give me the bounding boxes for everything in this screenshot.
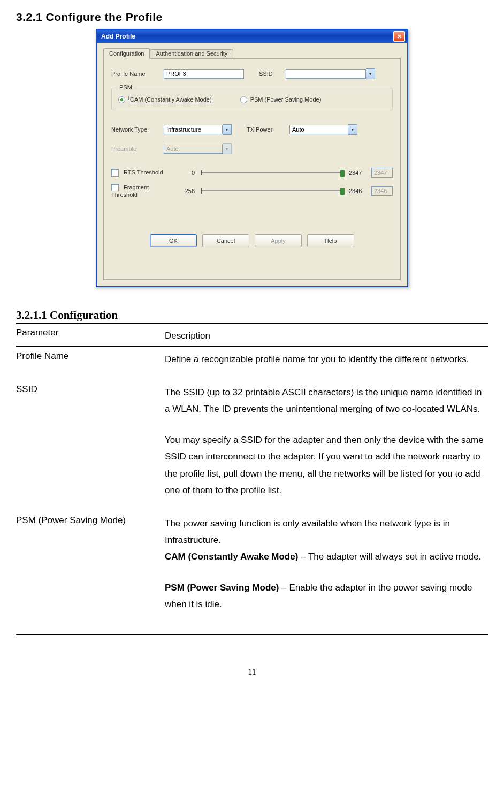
- param-desc: The power saving function is only availa…: [165, 515, 488, 613]
- radio-icon: [118, 96, 125, 103]
- frag-value-input: [371, 186, 393, 196]
- tx-power-label: TX Power: [247, 126, 284, 133]
- frag-checkbox[interactable]: Fragment Threshold: [111, 184, 175, 198]
- divider: [16, 323, 488, 324]
- ssid-label: SSID: [259, 71, 280, 77]
- ok-button[interactable]: OK: [150, 234, 197, 247]
- chevron-down-icon[interactable]: ▾: [366, 68, 375, 79]
- tx-power-combo[interactable]: ▾: [289, 124, 357, 135]
- apply-button: Apply: [255, 234, 302, 247]
- param-name: SSID: [16, 384, 165, 395]
- preamble-label: Preamble: [111, 145, 158, 152]
- ssid-input[interactable]: [286, 69, 366, 79]
- tab-panel: Profile Name SSID ▾ PSM CAM (Constantly …: [103, 58, 401, 280]
- rts-max: 2347: [349, 170, 367, 176]
- rts-label: RTS Threshold: [124, 169, 163, 175]
- network-type-label: Network Type: [111, 126, 158, 133]
- rts-slider[interactable]: [201, 172, 342, 173]
- table-row: SSID The SSID (up to 32 printable ASCII …: [16, 384, 488, 499]
- page-number: 11: [16, 667, 488, 677]
- psm-groupbox: PSM CAM (Constantly Awake Mode) PSM (Pow…: [111, 88, 393, 110]
- rts-checkbox[interactable]: RTS Threshold: [111, 169, 175, 177]
- dialog-screenshot: Add Profile ✕ Configuration Authenticati…: [16, 29, 488, 287]
- checkbox-icon: [111, 184, 119, 191]
- psm-intro: The power saving function is only availa…: [165, 515, 488, 549]
- chevron-down-icon: ▾: [223, 143, 232, 154]
- window-title: Add Profile: [101, 33, 393, 40]
- cam-radio[interactable]: CAM (Constantly Awake Mode): [118, 96, 213, 103]
- rts-row: RTS Threshold 0 2347: [111, 168, 393, 178]
- cam-rest: – The adapter will always set in active …: [298, 551, 481, 562]
- cancel-button[interactable]: Cancel: [202, 234, 249, 247]
- chevron-down-icon[interactable]: ▾: [348, 124, 357, 135]
- ssid-desc-p2: You may specify a SSID for the adapter a…: [165, 432, 488, 499]
- tab-strip: Configuration Authentication and Securit…: [103, 48, 401, 59]
- footer-divider: [16, 634, 488, 635]
- cam-bold: CAM (Constantly Awake Mode): [165, 551, 298, 562]
- param-name: PSM (Power Saving Mode): [16, 515, 165, 526]
- param-table: Parameter Description Profile Name Defin…: [16, 327, 488, 613]
- profile-name-label: Profile Name: [111, 71, 158, 77]
- header-parameter: Parameter: [16, 327, 165, 338]
- add-profile-dialog: Add Profile ✕ Configuration Authenticati…: [96, 29, 408, 287]
- frag-max: 2346: [349, 188, 367, 194]
- rts-min: 0: [180, 170, 195, 176]
- divider: [16, 346, 488, 347]
- profile-name-input[interactable]: [164, 69, 244, 79]
- psm-group-label: PSM: [117, 84, 134, 90]
- psm-psm-line: PSM (Power Saving Mode) – Enable the ada…: [165, 579, 488, 613]
- param-name: Profile Name: [16, 351, 165, 362]
- network-type-input[interactable]: [164, 125, 223, 134]
- frag-row: Fragment Threshold 256 2346: [111, 184, 393, 198]
- titlebar[interactable]: Add Profile ✕: [97, 30, 407, 43]
- close-icon: ✕: [397, 33, 402, 40]
- table-row: PSM (Power Saving Mode) The power saving…: [16, 515, 488, 613]
- radio-icon: [240, 96, 247, 103]
- subsection-heading: 3.2.1.1 Configuration: [16, 309, 488, 322]
- rts-value-input: [371, 168, 393, 178]
- table-header-row: Parameter Description: [16, 327, 488, 344]
- cam-radio-label: CAM (Constantly Awake Mode): [128, 96, 213, 103]
- checkbox-icon: [111, 169, 119, 177]
- close-button[interactable]: ✕: [393, 31, 405, 42]
- frag-slider[interactable]: [201, 190, 342, 191]
- button-bar: OK Cancel Apply Help: [111, 234, 393, 247]
- ssid-desc-p1: The SSID (up to 32 printable ASCII chara…: [165, 384, 488, 418]
- psm-cam-line: CAM (Constantly Awake Mode) – The adapte…: [165, 548, 488, 565]
- psm-radio[interactable]: PSM (Power Saving Mode): [240, 96, 322, 103]
- section-heading: 3.2.1 Configure the Profile: [16, 11, 488, 24]
- table-row: Profile Name Define a recognizable profi…: [16, 351, 488, 367]
- chevron-down-icon[interactable]: ▾: [223, 124, 232, 135]
- psm-bold: PSM (Power Saving Mode): [165, 583, 279, 593]
- help-button[interactable]: Help: [307, 234, 354, 247]
- network-type-combo[interactable]: ▾: [164, 124, 232, 135]
- header-description: Description: [165, 327, 488, 344]
- tx-power-input[interactable]: [289, 125, 348, 134]
- param-desc: Define a recognizable profile name for y…: [165, 351, 488, 367]
- dialog-body: Configuration Authentication and Securit…: [97, 43, 407, 286]
- psm-radio-label: PSM (Power Saving Mode): [250, 96, 322, 103]
- ssid-combo[interactable]: ▾: [286, 68, 375, 79]
- preamble-input: [164, 144, 223, 154]
- param-desc: The SSID (up to 32 printable ASCII chara…: [165, 384, 488, 499]
- preamble-combo: ▾: [164, 143, 232, 154]
- tab-configuration[interactable]: Configuration: [103, 48, 150, 59]
- frag-min: 256: [180, 188, 195, 194]
